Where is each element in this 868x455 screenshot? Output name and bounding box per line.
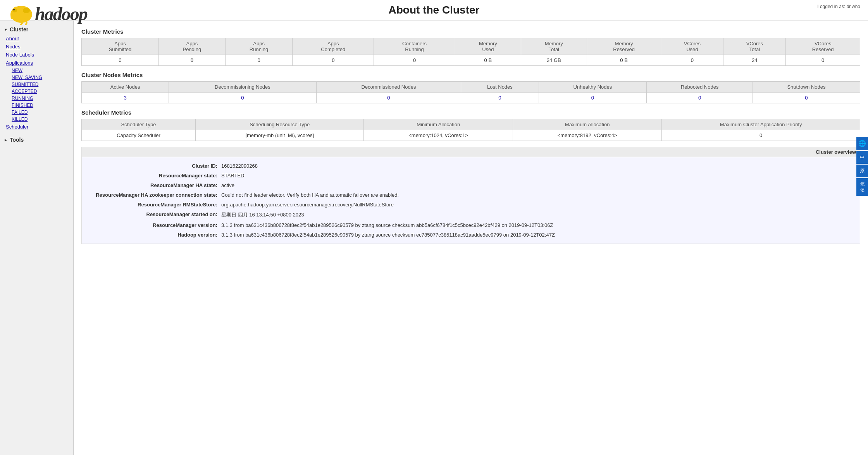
rm-state-value: STARTED <box>221 173 852 179</box>
lost-nodes-link[interactable]: 0 <box>498 95 501 101</box>
col-vcores-reserved: VCoresReserved <box>786 38 860 55</box>
cluster-nodes-metrics-title: Cluster Nodes Metrics <box>81 72 860 78</box>
val-memory-total: 24 GB <box>521 55 587 66</box>
val-unhealthy-nodes: 0 <box>539 93 647 103</box>
rm-rmstatestore-value: org.apache.hadoop.yarn.server.resourcema… <box>221 202 852 208</box>
col-unhealthy-nodes: Unhealthy Nodes <box>539 82 647 93</box>
val-lost-nodes: 0 <box>461 93 539 103</box>
unhealthy-nodes-link[interactable]: 0 <box>591 95 594 101</box>
col-vcores-total: VCoresTotal <box>723 38 786 55</box>
cluster-nodes-metrics-row: 3 0 0 0 0 0 0 <box>82 93 860 103</box>
rm-ha-zk-row: ResourceManager HA zookeeper connection … <box>90 190 852 200</box>
hadoop-logo-text: hadoop <box>35 3 87 24</box>
val-vcores-used: 0 <box>661 55 723 66</box>
rm-ha-zk-label: ResourceManager HA zookeeper connection … <box>90 192 221 198</box>
sidebar-item-scheduler[interactable]: Scheduler <box>0 123 73 131</box>
scheduler-metrics-title: Scheduler Metrics <box>81 109 860 116</box>
sidebar-scheduler-nav: Scheduler <box>0 123 73 131</box>
hadoop-version-label: Hadoop version: <box>90 232 221 238</box>
hadoop-version-value: 3.1.3 from ba631c436b806728f8ec2f54ab1e2… <box>221 232 852 238</box>
sidebar-item-accepted[interactable]: ACCEPTED <box>0 88 73 95</box>
right-btn-zh[interactable]: 中 <box>856 151 868 164</box>
val-apps-pending: 0 <box>158 55 225 66</box>
logo: hadoop <box>8 2 87 25</box>
decommissioning-nodes-link[interactable]: 0 <box>241 95 244 101</box>
right-btn-yuan[interactable]: 原 <box>856 165 868 177</box>
svg-point-5 <box>23 8 30 13</box>
main-layout: ▼ Cluster About Nodes Node Labels Applic… <box>0 21 868 455</box>
svg-point-2 <box>12 9 17 12</box>
rebooted-nodes-link[interactable]: 0 <box>698 95 701 101</box>
col-maximum-allocation: Maximum Allocation <box>513 119 662 130</box>
right-btn-notes[interactable]: 笔记 <box>856 178 868 196</box>
col-active-nodes: Active Nodes <box>82 82 169 93</box>
cluster-metrics-title: Cluster Metrics <box>81 28 860 35</box>
val-containers-running: 0 <box>374 55 455 66</box>
sidebar-item-running[interactable]: RUNNING <box>0 95 73 102</box>
col-shutdown-nodes: Shutdown Nodes <box>753 82 860 93</box>
cluster-id-label: Cluster ID: <box>90 163 221 169</box>
sidebar-item-submitted[interactable]: SUBMITTED <box>0 81 73 88</box>
val-decommissioned-nodes: 0 <box>316 93 461 103</box>
col-vcores-used: VCoresUsed <box>661 38 723 55</box>
col-rebooted-nodes: Rebooted Nodes <box>647 82 753 93</box>
rm-version-value: 3.1.3 from ba631c436b806728f8ec2f54ab1e2… <box>221 222 852 228</box>
val-vcores-total: 24 <box>723 55 786 66</box>
scheduler-metrics-table: Scheduler Type Scheduling Resource Type … <box>81 119 860 141</box>
val-rebooted-nodes: 0 <box>647 93 753 103</box>
rm-state-row: ResourceManager state: STARTED <box>90 171 852 180</box>
decommissioned-nodes-link[interactable]: 0 <box>387 95 390 101</box>
sidebar-apps-subnav: NEW NEW_SAVING SUBMITTED ACCEPTED RUNNIN… <box>0 67 73 123</box>
sidebar-item-nodes[interactable]: Nodes <box>0 43 73 51</box>
sidebar-item-about[interactable]: About <box>0 34 73 43</box>
rm-rmstatestore-row: ResourceManager RMStateStore: org.apache… <box>90 200 852 209</box>
cluster-metrics-table: AppsSubmitted AppsPending AppsRunning Ap… <box>81 38 860 66</box>
main-content: Cluster Metrics AppsSubmitted AppsPendin… <box>74 21 868 455</box>
sidebar-item-new-saving[interactable]: NEW_SAVING <box>0 74 73 81</box>
col-scheduler-type: Scheduler Type <box>82 119 196 130</box>
sidebar: ▼ Cluster About Nodes Node Labels Applic… <box>0 21 74 455</box>
col-apps-completed: AppsCompleted <box>293 38 374 55</box>
sidebar-item-killed[interactable]: KILLED <box>0 116 73 123</box>
val-minimum-allocation: <memory:1024, vCores:1> <box>364 130 513 141</box>
sidebar-tools-toggle[interactable]: ► Tools <box>0 135 73 145</box>
rm-state-label: ResourceManager state: <box>90 173 221 179</box>
cluster-arrow-icon: ▼ <box>4 27 8 32</box>
sidebar-cluster-nav: About Nodes Node Labels Applications <box>0 34 73 67</box>
sidebar-cluster-toggle[interactable]: ▼ Cluster <box>0 24 73 34</box>
sidebar-item-finished[interactable]: FINISHED <box>0 102 73 109</box>
col-minimum-allocation: Minimum Allocation <box>364 119 513 130</box>
sidebar-item-node-labels[interactable]: Node Labels <box>0 51 73 59</box>
tools-arrow-icon: ► <box>4 138 8 142</box>
col-scheduling-resource-type: Scheduling Resource Type <box>195 119 363 130</box>
val-memory-reserved: 0 B <box>587 55 661 66</box>
col-lost-nodes: Lost Nodes <box>461 82 539 93</box>
col-memory-reserved: MemoryReserved <box>587 38 661 55</box>
cluster-metrics-row: 0 0 0 0 0 0 B 24 GB 0 B 0 24 0 <box>82 55 860 66</box>
sidebar-item-failed[interactable]: FAILED <box>0 109 73 116</box>
val-maximum-allocation: <memory:8192, vCores:4> <box>513 130 662 141</box>
shutdown-nodes-link[interactable]: 0 <box>805 95 808 101</box>
hadoop-version-row: Hadoop version: 3.1.3 from ba631c436b806… <box>90 230 852 240</box>
col-containers-running: ContainersRunning <box>374 38 455 55</box>
val-apps-completed: 0 <box>293 55 374 66</box>
val-scheduler-type: Capacity Scheduler <box>82 130 196 141</box>
rm-ha-zk-value: Could not find leader elector. Verify bo… <box>221 192 852 198</box>
col-apps-pending: AppsPending <box>158 38 225 55</box>
col-decommissioned-nodes: Decommissioned Nodes <box>316 82 461 93</box>
rm-ha-state-row: ResourceManager HA state: active <box>90 180 852 190</box>
sidebar-section-cluster: ▼ Cluster About Nodes Node Labels Applic… <box>0 24 73 131</box>
scheduler-metrics-row: Capacity Scheduler [memory-mb (unit=Mi),… <box>82 130 860 141</box>
val-shutdown-nodes: 0 <box>753 93 860 103</box>
svg-point-3 <box>13 9 15 10</box>
cluster-overview-section: Cluster overview Cluster ID: 16816220902… <box>81 147 860 244</box>
rm-ha-state-label: ResourceManager HA state: <box>90 182 221 188</box>
right-btn-globe[interactable]: 🌐 <box>856 137 868 150</box>
sidebar-item-new[interactable]: NEW <box>0 67 73 74</box>
active-nodes-link[interactable]: 3 <box>124 95 127 101</box>
val-scheduling-resource-type: [memory-mb (unit=Mi), vcores] <box>195 130 363 141</box>
rm-started-on-label: ResourceManager started on: <box>90 211 221 218</box>
user-info: Logged in as: dr.who <box>817 4 860 9</box>
sidebar-item-applications[interactable]: Applications <box>0 59 73 67</box>
col-apps-submitted: AppsSubmitted <box>82 38 159 55</box>
